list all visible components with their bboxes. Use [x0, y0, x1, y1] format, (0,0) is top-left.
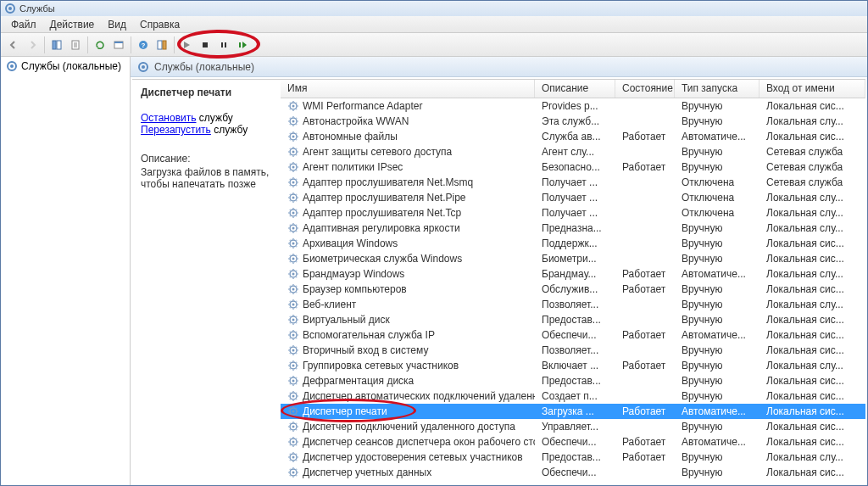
refresh-button[interactable]	[92, 36, 108, 53]
cell-start: Вручную	[675, 115, 760, 128]
cell-logon: Локальная слу...	[760, 359, 865, 372]
table-row[interactable]: Вспомогательная служба IPОбеспечи...Рабо…	[281, 327, 865, 343]
cell-name: Диспетчер удостоверения сетевых участник…	[281, 450, 535, 464]
table-row[interactable]: Архивация WindowsПоддержк...ВручнуюЛокал…	[281, 236, 865, 251]
help-button[interactable]: ?	[135, 36, 152, 53]
col-logon[interactable]: Вход от имени	[760, 80, 865, 98]
cell-name: Виртуальный диск	[281, 313, 535, 327]
cell-desc: Служба ав...	[535, 130, 615, 143]
cell-logon: Локальная слу...	[760, 206, 865, 220]
show-hide-tree-button[interactable]	[48, 36, 65, 53]
col-name[interactable]: Имя	[281, 80, 535, 98]
titlebar: Службы	[1, 1, 867, 16]
cell-desc: Обеспечи...	[535, 435, 615, 449]
table-row[interactable]: Группировка сетевых участниковВключает .…	[281, 358, 865, 373]
table-row[interactable]: Адаптер прослушивателя Net.PipeПолучает …	[281, 190, 865, 205]
start-service-button[interactable]	[178, 36, 195, 53]
cell-start: Отключена	[675, 191, 760, 204]
gear-icon	[287, 329, 299, 341]
cell-state	[615, 197, 675, 198]
export-button[interactable]	[67, 36, 84, 53]
svg-point-58	[292, 395, 295, 398]
cell-name: Агент защиты сетевого доступа	[281, 145, 535, 159]
cell-desc: Брандмау...	[535, 267, 615, 281]
table-row[interactable]: WMI Performance AdapterProvides p...Вруч…	[281, 98, 865, 114]
cell-start: Вручную	[675, 450, 760, 464]
table-row[interactable]: Вторичный вход в системуПозволяет...Вруч…	[281, 343, 865, 358]
tree-root-item[interactable]: Службы (локальные)	[1, 57, 130, 75]
cell-desc: Загрузка ...	[535, 405, 615, 418]
svg-point-46	[292, 304, 295, 306]
table-row[interactable]: Агент защиты сетевого доступаАгент слу..…	[281, 144, 865, 159]
table-row[interactable]: Диспетчер сеансов диспетчера окон рабоче…	[281, 434, 865, 450]
col-state[interactable]: Состояние	[615, 80, 675, 98]
cell-name: Веб-клиент	[281, 298, 535, 311]
svg-point-24	[292, 136, 295, 138]
table-row[interactable]: Биометрическая служба WindowsБиометри...…	[281, 251, 865, 266]
gear-icon	[287, 360, 299, 371]
menu-view[interactable]: Вид	[101, 17, 133, 32]
cell-logon: Локальная сис...	[760, 282, 865, 296]
table-row[interactable]: Диспетчер автоматических подключений уда…	[281, 388, 865, 404]
table-row[interactable]: Автонастройка WWANЭта служб...ВручнуюЛок…	[281, 114, 865, 129]
gear-icon	[287, 146, 299, 158]
cell-desc: Предостав...	[535, 450, 615, 464]
cell-start: Вручную	[675, 221, 760, 235]
cell-state: Работает	[615, 267, 675, 281]
menu-action[interactable]: Действие	[43, 17, 102, 32]
table-row[interactable]: Диспетчер удостоверения сетевых участник…	[281, 450, 865, 465]
cell-desc: Агент слу...	[535, 145, 615, 159]
restart-service-button[interactable]	[234, 36, 251, 53]
toolbar-separator	[87, 36, 88, 53]
svg-rect-11	[203, 42, 208, 47]
show-hide-action-pane-button[interactable]	[153, 36, 170, 53]
table-row[interactable]: Брандмауэр WindowsБрандмау...РаботаетАвт…	[281, 266, 865, 282]
pause-service-button[interactable]	[215, 36, 232, 53]
stop-service-link[interactable]: Остановить	[141, 112, 197, 124]
cell-start: Вручную	[675, 237, 760, 250]
cell-start: Вручную	[675, 160, 760, 174]
col-description[interactable]: Описание	[535, 80, 615, 98]
table-row[interactable]: Адаптивная регулировка яркостиПредназна.…	[281, 221, 865, 236]
table-row[interactable]: Диспетчер подключений удаленного доступа…	[281, 419, 865, 434]
table-row[interactable]: Адаптер прослушивателя Net.TcpПолучает .…	[281, 205, 865, 221]
table-row[interactable]: Браузер компьютеровОбслужив...РаботаетВр…	[281, 282, 865, 297]
svg-text:?: ?	[142, 42, 146, 49]
cell-desc: Безопасно...	[535, 160, 615, 174]
table-row[interactable]: Диспетчер учетных данныхОбеспечи...Вручн…	[281, 465, 865, 480]
cell-start: Вручную	[675, 344, 760, 357]
cell-logon: Локальная слу...	[760, 191, 865, 204]
table-row[interactable]: Диспетчер печатиЗагрузка ...РаботаетАвто…	[281, 404, 865, 419]
cell-name: Адаптер прослушивателя Net.Tcp	[281, 206, 535, 220]
right-pane-title: Службы (локальные)	[154, 61, 254, 73]
svg-point-30	[292, 182, 295, 184]
back-button[interactable]	[5, 36, 22, 53]
table-row[interactable]: Дефрагментация дискаПредостав...ВручнуюЛ…	[281, 373, 865, 388]
menu-help[interactable]: Справка	[133, 17, 186, 32]
table-row[interactable]: Агент политики IPsecБезопасно...Работает…	[281, 159, 865, 175]
gear-icon	[287, 222, 299, 234]
cell-state: Работает	[615, 359, 675, 372]
cell-start: Вручную	[675, 298, 760, 311]
services-window: Службы Файл Действие Вид Справка ? Служб…	[0, 0, 868, 486]
cell-start: Вручную	[675, 252, 760, 265]
cell-state	[615, 212, 675, 214]
cell-name: Группировка сетевых участников	[281, 359, 535, 372]
cell-logon: Локальная сис...	[760, 99, 865, 113]
cell-desc: Создает п...	[535, 389, 615, 403]
properties-button[interactable]	[110, 36, 127, 53]
restart-service-link[interactable]: Перезапустить	[141, 124, 211, 136]
gear-icon	[287, 436, 299, 448]
table-row[interactable]: Адаптер прослушивателя Net.MsmqПолучает …	[281, 175, 865, 190]
svg-point-68	[292, 472, 295, 474]
cell-logon: Локальная слу...	[760, 221, 865, 235]
cell-desc: Включает ...	[535, 359, 615, 372]
stop-service-button[interactable]	[197, 36, 214, 53]
forward-button[interactable]	[24, 36, 41, 53]
table-row[interactable]: Виртуальный дискПредостав...ВручнуюЛокал…	[281, 312, 865, 327]
cell-start: Вручную	[675, 99, 760, 113]
menu-file[interactable]: Файл	[4, 17, 43, 32]
col-startup[interactable]: Тип запуска	[675, 80, 760, 98]
table-row[interactable]: Веб-клиентПозволяет...ВручнуюЛокальная с…	[281, 297, 865, 312]
table-row[interactable]: Автономные файлыСлужба ав...РаботаетАвто…	[281, 129, 865, 144]
